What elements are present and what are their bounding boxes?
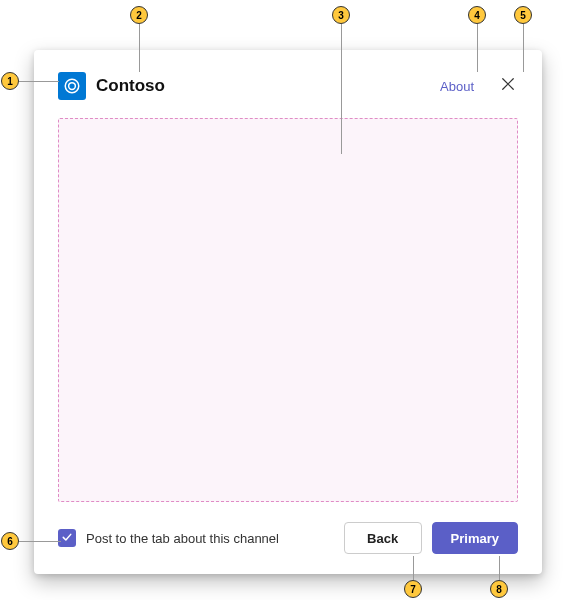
dialog-header: Contoso About <box>58 72 518 100</box>
annotation-line <box>19 541 61 542</box>
annotation-badge-6: 6 <box>1 532 19 550</box>
close-icon <box>501 77 515 95</box>
annotation-badge-4: 4 <box>468 6 486 24</box>
annotation-badge-2: 2 <box>130 6 148 24</box>
annotation-badge-8: 8 <box>490 580 508 598</box>
close-button[interactable] <box>498 76 518 96</box>
annotation-badge-1: 1 <box>1 72 19 90</box>
annotation-line <box>523 24 524 72</box>
annotation-line <box>19 81 59 82</box>
annotation-line <box>477 24 478 72</box>
annotation-line <box>499 556 500 580</box>
annotation-badge-5: 5 <box>514 6 532 24</box>
primary-button[interactable]: Primary <box>432 522 518 554</box>
checkbox-box <box>58 529 76 547</box>
modal-dialog: Contoso About Post to the tab about this… <box>34 50 542 574</box>
about-link[interactable]: About <box>440 79 474 94</box>
svg-point-1 <box>69 83 76 90</box>
annotation-line <box>341 24 342 154</box>
app-logo <box>58 72 86 100</box>
dialog-footer: Post to the tab about this channel Back … <box>58 522 518 554</box>
post-to-channel-checkbox[interactable]: Post to the tab about this channel <box>58 529 334 547</box>
annotation-badge-3: 3 <box>332 6 350 24</box>
annotation-line <box>139 24 140 72</box>
annotation-badge-7: 7 <box>404 580 422 598</box>
tab-config-iframe[interactable] <box>58 118 518 502</box>
annotation-line <box>413 556 414 580</box>
checkmark-icon <box>61 529 73 547</box>
app-name: Contoso <box>96 76 165 96</box>
checkbox-label: Post to the tab about this channel <box>86 531 279 546</box>
back-button[interactable]: Back <box>344 522 422 554</box>
svg-point-0 <box>65 79 79 93</box>
